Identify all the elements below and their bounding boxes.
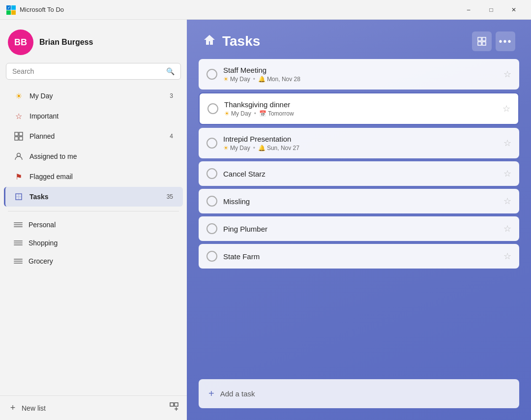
important-icon: ☆	[14, 111, 24, 121]
main-layout: BB Brian Burgess 🔍 ☀ My Day 3 ☆ Importan…	[0, 20, 531, 420]
my-day-icon: ☀	[14, 91, 24, 101]
task-complete-circle[interactable]	[206, 251, 217, 262]
sidebar-item-label: My Day	[30, 92, 157, 100]
task-meta: ☀ My Day • 🔔 Mon, Nov 28	[223, 76, 498, 83]
list-icon	[14, 240, 23, 245]
new-list-extra-icon	[169, 402, 179, 412]
profile-name: Brian Burgess	[39, 38, 93, 47]
task-complete-circle[interactable]	[206, 168, 217, 179]
sidebar-divider	[8, 211, 179, 211]
profile-section[interactable]: BB Brian Burgess	[0, 20, 187, 63]
list-item-grocery[interactable]: Grocery	[4, 252, 183, 270]
list-label: Personal	[29, 221, 56, 229]
task-complete-circle[interactable]	[206, 69, 217, 80]
svg-rect-17	[482, 42, 486, 45]
task-item-state-farm[interactable]: State Farm ☆	[199, 244, 519, 269]
tasks-panel: Tasks ••• St	[187, 20, 531, 420]
task-item-thanksgiving[interactable]: Thanksgiving dinner ☀ My Day • 📅 Tomorro…	[199, 92, 519, 125]
task-meta-myday: ☀ My Day	[223, 145, 250, 151]
add-task-icon: +	[208, 388, 214, 399]
plus-icon: +	[8, 403, 18, 413]
task-meta-dot: •	[253, 76, 255, 83]
my-day-badge: 3	[163, 92, 173, 99]
list-item-personal[interactable]: Personal	[4, 216, 183, 234]
tasks-panel-title: Tasks	[222, 33, 466, 49]
search-input[interactable]	[12, 67, 162, 75]
task-star-button[interactable]: ☆	[503, 196, 511, 207]
task-star-button[interactable]: ☆	[503, 168, 511, 179]
list-item-shopping[interactable]: Shopping	[4, 234, 183, 252]
task-meta-dot: •	[253, 145, 255, 151]
task-item-staff-meeting[interactable]: Staff Meeting ☀ My Day • 🔔 Mon, Nov 28 ☆	[199, 59, 519, 90]
sidebar-item-assigned[interactable]: Assigned to me	[4, 147, 183, 166]
task-complete-circle[interactable]	[206, 138, 217, 149]
tasks-header-icon	[203, 33, 216, 50]
task-item-missling[interactable]: Missling ☆	[199, 189, 519, 213]
task-meta-dot: •	[254, 110, 256, 117]
task-content: Intrepid Presentation ☀ My Day • 🔔 Sun, …	[223, 135, 498, 151]
sidebar-item-label: Important	[30, 112, 157, 120]
list-icon	[14, 259, 23, 264]
task-item-intrepid[interactable]: Intrepid Presentation ☀ My Day • 🔔 Sun, …	[199, 128, 519, 158]
sidebar-item-important[interactable]: ☆ Important	[4, 106, 183, 126]
tasks-badge: 35	[163, 193, 173, 200]
app-title: Microsoft To Do	[20, 6, 457, 13]
task-content: Missling	[223, 197, 498, 206]
more-options-button[interactable]: •••	[496, 31, 515, 51]
app-logo: ✓	[6, 5, 16, 15]
new-list-button[interactable]: + New list	[8, 403, 46, 413]
new-list-extra-button[interactable]	[169, 402, 179, 414]
task-complete-circle[interactable]	[206, 196, 217, 207]
task-star-button[interactable]: ☆	[503, 251, 511, 262]
sun-icon: ☀	[223, 145, 229, 151]
bell-icon: 🔔	[258, 145, 266, 151]
close-button[interactable]: ✕	[502, 2, 525, 18]
task-complete-circle[interactable]	[207, 103, 218, 114]
task-name: Thanksgiving dinner	[224, 100, 497, 109]
task-name: Cancel Starz	[223, 170, 498, 178]
tasks-icon	[14, 192, 24, 202]
task-star-button[interactable]: ☆	[502, 103, 510, 114]
add-task-bar[interactable]: + Add a task	[199, 379, 519, 408]
layout-button[interactable]	[472, 31, 492, 51]
titlebar: ✓ Microsoft To Do – □ ✕	[0, 0, 531, 20]
task-star-button[interactable]: ☆	[503, 138, 511, 149]
planned-badge: 4	[163, 133, 173, 140]
svg-rect-3	[11, 10, 16, 15]
sidebar-item-label: Flagged email	[30, 173, 157, 180]
task-item-cancel-starz[interactable]: Cancel Starz ☆	[199, 161, 519, 186]
more-options-icon: •••	[499, 36, 512, 47]
task-content: Thanksgiving dinner ☀ My Day • 📅 Tomorro…	[224, 100, 497, 117]
sidebar-item-planned[interactable]: Planned 4	[4, 126, 183, 146]
list-label: Grocery	[29, 257, 53, 265]
sidebar-item-label: Planned	[30, 132, 157, 140]
search-icon: 🔍	[166, 67, 175, 75]
task-star-button[interactable]: ☆	[503, 69, 511, 80]
search-box[interactable]: 🔍	[6, 63, 181, 80]
maximize-button[interactable]: □	[480, 2, 502, 18]
tasks-header: Tasks •••	[187, 20, 531, 59]
sidebar-item-label: Assigned to me	[30, 152, 157, 160]
task-content: Ping Plumber	[223, 225, 498, 233]
task-complete-circle[interactable]	[206, 223, 217, 234]
task-name: Staff Meeting	[223, 66, 498, 74]
sidebar-item-flagged[interactable]: ⚑ Flagged email	[4, 167, 183, 186]
svg-rect-2	[6, 10, 11, 15]
sidebar-item-my-day[interactable]: ☀ My Day 3	[4, 86, 183, 106]
task-star-button[interactable]: ☆	[503, 223, 511, 234]
sidebar-item-tasks[interactable]: Tasks 35	[4, 187, 183, 207]
sidebar-item-label: Tasks	[30, 193, 157, 201]
svg-rect-5	[15, 132, 18, 136]
svg-rect-1	[11, 5, 16, 10]
tasks-list: Staff Meeting ☀ My Day • 🔔 Mon, Nov 28 ☆	[187, 59, 531, 379]
tasks-header-actions: •••	[472, 31, 515, 51]
minimize-button[interactable]: –	[457, 2, 480, 18]
home-icon	[203, 33, 216, 47]
flagged-icon: ⚑	[14, 172, 24, 181]
svg-rect-10	[170, 403, 174, 406]
task-name: Ping Plumber	[223, 225, 498, 233]
task-item-ping-plumber[interactable]: Ping Plumber ☆	[199, 216, 519, 241]
svg-text:✓: ✓	[7, 6, 10, 9]
task-content: Cancel Starz	[223, 170, 498, 178]
task-meta-myday: ☀ My Day	[223, 76, 250, 83]
